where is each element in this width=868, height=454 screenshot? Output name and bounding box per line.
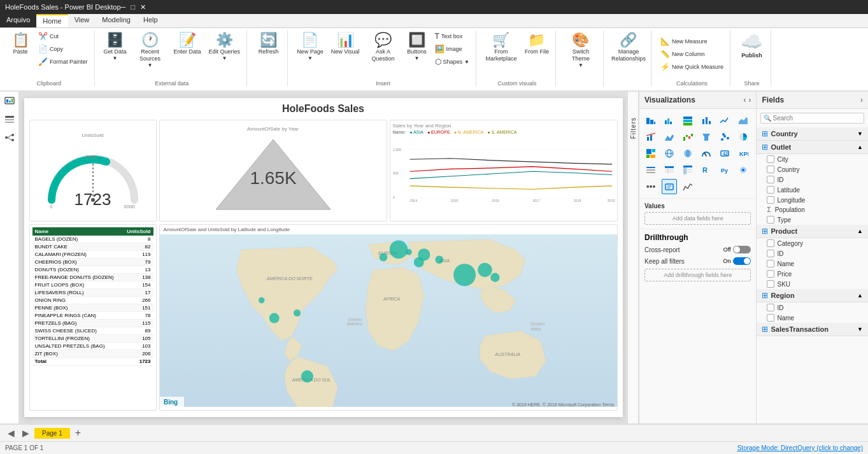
restore-btn[interactable]: □ xyxy=(131,3,135,11)
viz-waterfall[interactable] xyxy=(680,129,695,145)
map-visual[interactable]: AmountOfSale and UnitsSold by Latitude a… xyxy=(159,224,618,411)
field-table-outlet[interactable]: ⊞ Outlet ▲ xyxy=(757,141,868,154)
publish-button[interactable]: ☁️ Publish xyxy=(738,31,765,60)
cut-button[interactable]: ✂️ Cut xyxy=(36,31,90,42)
cross-report-track[interactable] xyxy=(733,246,751,253)
viz-ribbon[interactable] xyxy=(662,129,677,145)
viz-100-bar[interactable] xyxy=(680,113,695,128)
viz-line-chart[interactable] xyxy=(717,113,732,128)
table-visual[interactable]: Name UnitsSold BAGELS (DOZEN)8BUNDT CAKE… xyxy=(29,224,157,411)
viz-funnel[interactable] xyxy=(699,129,714,145)
field-item[interactable]: Category xyxy=(757,238,868,248)
viz-filled-map[interactable] xyxy=(680,146,695,161)
from-marketplace-button[interactable]: 🛒 From Marketplace xyxy=(483,31,520,64)
viz-slicer[interactable] xyxy=(643,162,658,178)
data-view-icon[interactable] xyxy=(2,112,17,127)
field-item[interactable]: Price xyxy=(757,269,868,279)
viz-matrix[interactable] xyxy=(680,162,695,178)
viz-area-chart[interactable] xyxy=(736,113,751,128)
fields-panel-expand-icon[interactable]: › xyxy=(860,96,863,104)
field-checkbox[interactable] xyxy=(767,250,774,257)
field-checkbox[interactable] xyxy=(767,260,774,267)
field-item[interactable]: ID xyxy=(757,302,868,313)
menu-view[interactable]: View xyxy=(68,14,96,27)
get-data-button[interactable]: 🗄️ Get Data ▼ xyxy=(101,31,129,62)
field-checkbox[interactable] xyxy=(767,196,774,204)
field-item[interactable]: Σ Population xyxy=(757,205,868,215)
viz-format-icon[interactable] xyxy=(662,179,677,194)
field-checkbox[interactable] xyxy=(767,166,774,173)
from-file-button[interactable]: 📁 From File xyxy=(522,31,551,57)
model-view-icon[interactable] xyxy=(2,130,17,145)
field-item[interactable]: Country xyxy=(757,164,868,174)
line-chart-visual[interactable]: Sales by Year and Region Name: ● ASIA ● … xyxy=(390,120,618,222)
close-btn[interactable]: ✕ xyxy=(140,3,146,11)
field-checkbox[interactable] xyxy=(767,239,774,247)
field-checkbox[interactable] xyxy=(767,216,774,223)
triangle-visual[interactable]: AmountOfSale by Year 1.65K xyxy=(159,120,387,222)
field-checkbox[interactable] xyxy=(767,176,774,183)
new-visual-button[interactable]: 📊 New Visual xyxy=(329,31,362,57)
field-item[interactable]: Name xyxy=(757,259,868,269)
tab-next-btn[interactable]: ▶ xyxy=(20,428,32,438)
viz-analytics-icon[interactable] xyxy=(680,179,695,194)
viz-azure-map[interactable] xyxy=(736,162,751,178)
edit-queries-button[interactable]: ⚙️ Edit Queries ▼ xyxy=(206,31,243,62)
viz-line-column[interactable] xyxy=(643,129,658,145)
manage-relationships-button[interactable]: 🔗 Manage Relationships xyxy=(610,31,647,64)
new-page-button[interactable]: 📄 New Page ▼ xyxy=(294,31,326,62)
menu-arquivo[interactable]: Arquivo xyxy=(0,14,36,27)
field-item[interactable]: Longitude xyxy=(757,195,868,205)
add-values-field[interactable]: Add data fields here xyxy=(644,212,751,225)
ask-question-button[interactable]: 💬 Ask A Question xyxy=(365,31,402,64)
field-checkbox[interactable] xyxy=(767,270,774,278)
filter-panel[interactable]: Filters xyxy=(627,92,639,423)
tab-prev-btn[interactable]: ◀ xyxy=(5,428,17,438)
field-item[interactable]: City xyxy=(757,154,868,164)
status-right[interactable]: Storage Mode: DirectQuery (click to chan… xyxy=(737,444,863,451)
field-table-country[interactable]: ⊞ Country ▼ xyxy=(757,127,868,141)
report-view-icon[interactable] xyxy=(2,94,17,110)
field-checkbox[interactable] xyxy=(767,186,774,194)
add-drillthrough-field[interactable]: Add drillthrough fields here xyxy=(644,269,751,281)
tab-add-btn[interactable]: + xyxy=(73,427,83,439)
buttons-button[interactable]: 🔲 Buttons ▼ xyxy=(404,31,430,62)
field-table-region[interactable]: ⊞ Region ▲ xyxy=(757,289,868,302)
viz-more[interactable]: ••• xyxy=(643,179,658,194)
viz-panel-back-icon[interactable]: ‹ xyxy=(743,96,746,104)
field-table-product[interactable]: ⊞ Product ▲ xyxy=(757,225,868,238)
viz-pie[interactable] xyxy=(736,129,751,145)
image-button[interactable]: 🖼️ Image xyxy=(432,43,472,55)
field-item[interactable]: Type xyxy=(757,215,868,225)
new-column-button[interactable]: 📏 New Column xyxy=(658,48,726,60)
switch-theme-button[interactable]: 🎨 Switch Theme ▼ xyxy=(562,31,599,69)
format-painter-button[interactable]: 🖌️ Format Painter xyxy=(36,56,90,67)
field-checkbox[interactable] xyxy=(767,314,774,322)
viz-map[interactable] xyxy=(662,146,677,161)
cross-report-toggle[interactable]: Off xyxy=(723,246,751,253)
search-input[interactable] xyxy=(772,115,861,122)
field-item[interactable]: Name xyxy=(757,313,868,323)
paste-button[interactable]: 📋 Paste xyxy=(8,31,33,57)
keep-filters-toggle[interactable]: On xyxy=(723,257,751,265)
menu-home[interactable]: Home xyxy=(36,14,68,27)
field-checkbox[interactable] xyxy=(767,155,774,163)
enter-data-button[interactable]: 📝 Enter Data xyxy=(171,31,204,57)
viz-python[interactable]: Py xyxy=(717,162,732,178)
minimize-btn[interactable]: ─ xyxy=(121,3,126,11)
viz-clustered-bar[interactable] xyxy=(662,113,677,128)
viz-treemap[interactable] xyxy=(643,146,658,161)
window-controls[interactable]: ─ □ ✕ xyxy=(121,3,146,11)
field-checkbox[interactable] xyxy=(767,304,774,311)
viz-gauge[interactable] xyxy=(699,146,714,161)
menu-modeling[interactable]: Modeling xyxy=(96,14,137,27)
viz-panel-forward-icon[interactable]: › xyxy=(748,96,751,104)
copy-button[interactable]: 📄 Copy xyxy=(36,43,90,55)
viz-table[interactable] xyxy=(662,162,677,178)
field-checkbox[interactable] xyxy=(767,280,774,288)
viz-r-script[interactable]: R xyxy=(699,162,714,178)
new-measure-button[interactable]: 📐 New Measure xyxy=(658,36,726,47)
text-box-button[interactable]: T Text box xyxy=(432,31,472,42)
viz-card[interactable]: 42 xyxy=(717,146,732,161)
viz-stacked-bar[interactable] xyxy=(643,113,658,128)
